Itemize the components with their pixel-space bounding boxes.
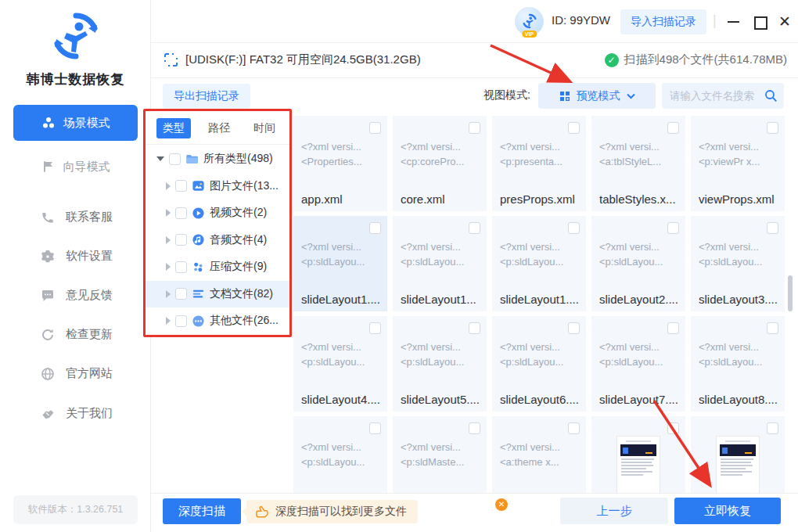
file-checkbox[interactable] — [369, 222, 381, 234]
file-preview-text: <?xml versi...<p:sldLayou... — [500, 340, 586, 369]
file-card[interactable]: <?xml versi...<p:sldLayou...slideLayout4… — [293, 316, 387, 412]
tree-node-audio-files[interactable]: 音频文件(4) — [146, 227, 290, 254]
search-box[interactable] — [662, 83, 784, 109]
file-card[interactable]: <?xml versi...<p:sldMaste... — [393, 416, 487, 493]
tree-node-video-files[interactable]: 视频文件(2) — [146, 200, 290, 227]
tree-checkbox[interactable] — [169, 153, 181, 165]
file-checkbox[interactable] — [369, 422, 381, 434]
tree-checkbox[interactable] — [175, 180, 187, 192]
file-checkbox[interactable] — [568, 122, 580, 134]
tab-type[interactable]: 类型 — [156, 118, 191, 138]
file-checkbox[interactable] — [667, 122, 679, 134]
file-checkbox[interactable] — [369, 122, 381, 134]
file-checkbox[interactable] — [667, 322, 679, 334]
file-checkbox[interactable] — [767, 222, 778, 234]
file-checkbox[interactable] — [568, 322, 580, 334]
file-checkbox[interactable] — [767, 422, 778, 434]
file-checkbox[interactable] — [767, 122, 778, 134]
file-card[interactable]: <?xml versi...<p:viewPr x...viewProps.xm… — [691, 116, 785, 211]
search-icon[interactable] — [764, 89, 778, 102]
file-card[interactable]: <?xml versi...<p:sldLayou...slideLayout1… — [293, 216, 387, 311]
file-checkbox[interactable] — [667, 222, 679, 234]
file-card[interactable]: <?xml versi...<p:sldLayou...slideLayout5… — [393, 316, 487, 412]
file-checkbox[interactable] — [369, 322, 381, 334]
sidebar-item-contact-support[interactable]: 联系客服 — [41, 210, 113, 225]
tree-checkbox[interactable] — [175, 234, 187, 246]
footer: 深度扫描 深度扫描可以找到更多文件 ✕ 上一步 立即恢复 — [151, 493, 798, 532]
file-checkbox[interactable] — [469, 122, 480, 134]
user-avatar[interactable]: VIP — [515, 7, 544, 36]
tree-checkbox[interactable] — [175, 207, 187, 219]
caret-down-icon[interactable] — [156, 156, 164, 161]
tree-checkbox[interactable] — [175, 315, 187, 327]
file-card[interactable]: <?xml versi...<p:sldLayou...slideLayout2… — [591, 216, 685, 311]
file-card[interactable]: <?xml versi...<p:sldLayou...slideLayout6… — [492, 316, 586, 412]
file-card[interactable]: <?xml versi...<cp:corePro...core.xml — [393, 116, 487, 211]
file-checkbox[interactable] — [469, 222, 480, 234]
file-preview-text: <?xml versi...<p:sldMaste... — [401, 440, 487, 469]
file-checkbox[interactable] — [568, 222, 580, 234]
caret-right-icon[interactable] — [166, 317, 171, 325]
tree-checkbox[interactable] — [175, 261, 187, 273]
maximize-button[interactable] — [752, 14, 767, 30]
file-checkbox[interactable] — [667, 422, 679, 434]
file-card[interactable]: <?xml versi...<p:sldLayou...slideLayout8… — [691, 316, 785, 412]
view-mode-dropdown[interactable]: 预览模式 — [538, 83, 656, 109]
about-icon — [41, 407, 55, 421]
file-preview-text: <?xml versi...<p:sldLayou... — [500, 239, 586, 269]
file-thumbnail — [717, 437, 759, 493]
tip-close-icon[interactable]: ✕ — [495, 498, 508, 511]
file-preview-text: <?xml versi...<p:sldLayou... — [599, 239, 685, 269]
tree-node-other-files[interactable]: 其他文件(26... — [146, 307, 290, 335]
file-name: slideLayout1.... — [301, 293, 380, 306]
file-card[interactable]: <?xml versi...<p:sldLayou... — [293, 416, 387, 493]
sidebar-item-official-site[interactable]: 官方网站 — [41, 366, 113, 381]
caret-right-icon[interactable] — [166, 182, 171, 190]
sidebar-item-settings[interactable]: 软件设置 — [41, 249, 113, 264]
sidebar-item-feedback[interactable]: 意见反馈 — [41, 288, 113, 303]
caret-right-icon[interactable] — [166, 290, 171, 298]
file-card[interactable]: <?xml versi...<Properties...app.xml — [293, 116, 387, 211]
search-input[interactable] — [670, 90, 764, 102]
caret-right-icon[interactable] — [166, 236, 171, 244]
file-card[interactable]: <?xml versi...<p:sldLayou...slideLayout1… — [492, 216, 586, 311]
tab-time[interactable]: 时间 — [247, 118, 282, 138]
deep-scan-button[interactable]: 深度扫描 — [163, 498, 241, 524]
close-button[interactable]: ✕ — [777, 14, 793, 30]
file-checkbox[interactable] — [469, 322, 480, 334]
tip-text: 深度扫描可以找到更多文件 — [275, 505, 407, 519]
tree-node-document-files[interactable]: 文档文件(82) — [146, 281, 290, 308]
previous-step-button[interactable]: 上一步 — [560, 498, 668, 524]
import-scan-record-button[interactable]: 导入扫描记录 — [620, 9, 706, 34]
file-checkbox[interactable] — [469, 422, 480, 434]
caret-right-icon[interactable] — [166, 263, 171, 271]
grid-scrollbar[interactable] — [788, 275, 793, 311]
file-card[interactable] — [591, 416, 685, 493]
file-checkbox[interactable] — [767, 322, 778, 334]
file-card[interactable]: <?xml versi...<a:theme x... — [492, 416, 586, 493]
caret-right-icon[interactable] — [166, 209, 171, 217]
tree-node-image-files[interactable]: 图片文件(13... — [146, 173, 290, 200]
sidebar-item-scene-mode[interactable]: 场景模式 — [13, 105, 138, 141]
file-card[interactable]: <?xml versi...<p:sldLayou...slideLayout1… — [393, 216, 487, 311]
file-card[interactable] — [691, 416, 785, 493]
file-card[interactable]: <?xml versi...<p:sldLayou...slideLayout3… — [691, 216, 785, 311]
tree-node-label: 所有类型(498) — [203, 152, 273, 166]
deep-scan-tip: 深度扫描可以找到更多文件 ✕ — [246, 500, 418, 523]
tree-node-archive-files[interactable]: 压缩文件(9) — [146, 253, 290, 281]
file-card[interactable]: <?xml versi...<a:tblStyleL...tableStyles… — [591, 116, 685, 211]
file-card[interactable]: <?xml versi...<p:sldLayou...slideLayout7… — [591, 316, 685, 412]
file-checkbox[interactable] — [568, 422, 580, 434]
tab-path[interactable]: 路径 — [202, 118, 236, 138]
sidebar-item-about-us[interactable]: 关于我们 — [41, 406, 113, 421]
tree-node-all-types[interactable]: 所有类型(498) — [146, 146, 290, 173]
export-scan-record-button[interactable]: 导出扫描记录 — [163, 84, 250, 108]
sidebar-item-check-update[interactable]: 检查更新 — [41, 327, 113, 342]
file-preview-text: <?xml versi...<Properties... — [301, 139, 387, 169]
recover-now-button[interactable]: 立即恢复 — [674, 498, 781, 524]
sidebar-item-wizard-mode[interactable]: 向导模式 — [13, 149, 138, 185]
file-card[interactable]: <?xml versi...<p:presenta...presProps.xm… — [492, 116, 586, 211]
minimize-button[interactable] — [726, 14, 742, 30]
tree-checkbox[interactable] — [175, 288, 187, 300]
gear-icon — [41, 250, 55, 264]
